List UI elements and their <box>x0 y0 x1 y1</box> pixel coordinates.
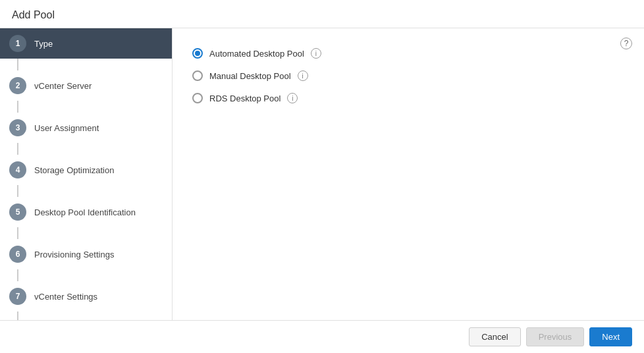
sidebar-item-vcenter-server[interactable]: 2 vCenter Server <box>0 70 172 101</box>
sidebar-item-user-assignment[interactable]: 3 User Assignment <box>0 113 172 143</box>
radio-label-rds: RDS Desktop Pool <box>209 94 281 103</box>
step-connector-5 <box>17 227 18 239</box>
step-badge-4: 4 <box>9 161 26 178</box>
step-connector-6 <box>17 269 18 281</box>
sidebar-label-type: Type <box>34 39 53 49</box>
add-pool-dialog: Add Pool 1 Type 2 vCenter Server 3 User … <box>0 0 644 353</box>
step-badge-1: 1 <box>9 35 26 52</box>
sidebar-item-desktop-pool-id[interactable]: 5 Desktop Pool Identification <box>0 197 172 227</box>
cancel-button[interactable]: Cancel <box>469 327 520 346</box>
step-badge-5: 5 <box>9 204 26 221</box>
dialog-title: Add Pool <box>0 0 644 28</box>
content-area: ? Automated Desktop Pool i Manual Deskto… <box>173 28 644 320</box>
radio-manual[interactable] <box>192 70 203 81</box>
step-connector-1 <box>17 59 18 70</box>
step-badge-3: 3 <box>9 119 26 136</box>
next-button[interactable]: Next <box>589 327 632 346</box>
step-badge-6: 6 <box>9 246 26 263</box>
info-icon-automated[interactable]: i <box>311 48 321 59</box>
previous-button: Previous <box>526 327 585 346</box>
radio-group-pool-type: Automated Desktop Pool i Manual Desktop … <box>192 48 624 103</box>
step-connector-3 <box>17 143 18 155</box>
step-badge-2: 2 <box>9 77 26 94</box>
dialog-footer: Cancel Previous Next <box>0 320 644 353</box>
sidebar-item-vcenter-settings[interactable]: 7 vCenter Settings <box>0 281 172 312</box>
step-badge-7: 7 <box>9 288 26 305</box>
sidebar-label-storage-optimization: Storage Optimization <box>34 165 114 175</box>
radio-item-automated[interactable]: Automated Desktop Pool i <box>192 48 624 59</box>
radio-label-automated: Automated Desktop Pool <box>209 49 304 59</box>
sidebar-item-storage-optimization[interactable]: 4 Storage Optimization <box>0 155 172 185</box>
radio-rds[interactable] <box>192 93 203 103</box>
info-icon-rds[interactable]: i <box>287 93 298 103</box>
sidebar-item-provisioning-settings[interactable]: 6 Provisioning Settings <box>0 239 172 269</box>
sidebar: 1 Type 2 vCenter Server 3 User Assignmen… <box>0 28 173 320</box>
radio-label-manual: Manual Desktop Pool <box>209 71 291 81</box>
step-connector-7 <box>17 312 18 320</box>
radio-automated[interactable] <box>192 48 203 59</box>
sidebar-label-vcenter-server: vCenter Server <box>34 81 92 91</box>
radio-item-manual[interactable]: Manual Desktop Pool i <box>192 70 624 81</box>
step-connector-2 <box>17 101 18 113</box>
sidebar-label-vcenter-settings: vCenter Settings <box>34 292 97 302</box>
sidebar-item-type[interactable]: 1 Type <box>0 28 172 59</box>
step-connector-4 <box>17 185 18 197</box>
help-icon[interactable]: ? <box>620 38 632 49</box>
radio-item-rds[interactable]: RDS Desktop Pool i <box>192 93 624 103</box>
sidebar-label-desktop-pool-id: Desktop Pool Identification <box>34 207 136 217</box>
dialog-body: 1 Type 2 vCenter Server 3 User Assignmen… <box>0 28 644 320</box>
info-icon-manual[interactable]: i <box>298 70 308 81</box>
sidebar-label-user-assignment: User Assignment <box>34 123 99 133</box>
sidebar-label-provisioning-settings: Provisioning Settings <box>34 250 114 259</box>
